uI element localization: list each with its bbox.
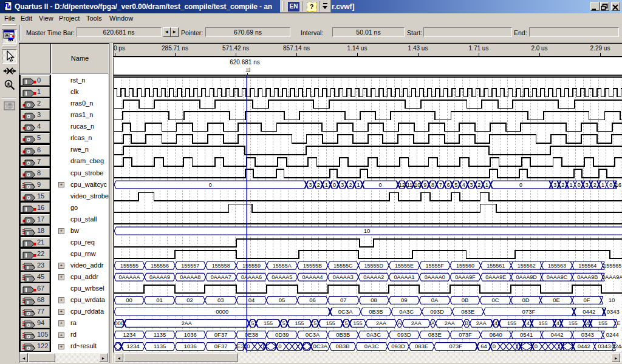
svg-text:0D39: 0D39 <box>275 331 289 338</box>
svg-text:0C3A: 0C3A <box>306 331 320 338</box>
svg-text:0: 0 <box>535 343 538 349</box>
svg-text:1135: 1135 <box>154 331 166 338</box>
svg-text:1: 1 <box>357 181 360 187</box>
svg-text:0AAA9E: 0AAA9E <box>485 274 506 280</box>
svg-text:1234: 1234 <box>123 331 135 338</box>
svg-text:0AAAA4: 0AAAA4 <box>302 274 323 280</box>
svg-text:0343: 0343 <box>607 308 620 315</box>
svg-text:0: 0 <box>209 181 212 187</box>
svg-text:155565: 155565 <box>603 263 621 269</box>
svg-text:0343: 0343 <box>598 343 610 349</box>
svg-text:3: 3 <box>470 181 473 187</box>
svg-text:0E: 0E <box>553 297 560 303</box>
svg-text:15555F: 15555F <box>426 263 445 269</box>
svg-text:1: 1 <box>569 181 572 187</box>
svg-text:0244: 0244 <box>606 331 619 338</box>
svg-text:2: 2 <box>349 181 352 187</box>
svg-text:155557: 155557 <box>181 263 199 269</box>
svg-text:0C3A: 0C3A <box>313 343 327 349</box>
svg-text:073F: 073F <box>459 331 472 338</box>
svg-text:155: 155 <box>507 320 516 326</box>
svg-text:2AA: 2AA <box>411 320 422 326</box>
svg-text:0442: 0442 <box>550 331 563 338</box>
svg-text:0442: 0442 <box>583 308 595 315</box>
svg-text:155563: 155563 <box>548 263 566 269</box>
svg-text:155555: 155555 <box>120 263 138 269</box>
svg-text:2AA: 2AA <box>476 320 487 326</box>
svg-text:2: 2 <box>317 181 320 187</box>
svg-text:10: 10 <box>609 297 615 303</box>
svg-text:00: 00 <box>126 297 132 303</box>
svg-text:5: 5 <box>251 320 254 326</box>
svg-text:0AAAA5: 0AAAA5 <box>272 274 292 280</box>
svg-text:9: 9 <box>423 181 426 187</box>
svg-text:A: A <box>398 320 402 326</box>
svg-text:073F: 073F <box>522 308 536 315</box>
svg-text:083E: 083E <box>461 308 474 315</box>
svg-text:0D: 0D <box>522 297 529 303</box>
svg-text:0AAAA3: 0AAAA3 <box>333 274 354 280</box>
svg-text:1135: 1135 <box>154 343 166 349</box>
svg-text:155: 155 <box>295 320 304 326</box>
svg-text:15555C: 15555C <box>333 263 353 269</box>
svg-text:0000: 0000 <box>216 308 228 315</box>
svg-text:0C3A: 0C3A <box>338 308 353 315</box>
svg-text:155560: 155560 <box>456 263 474 269</box>
svg-text:0A3C: 0A3C <box>399 308 414 315</box>
svg-text:0: 0 <box>493 343 496 349</box>
svg-text:0A3C: 0A3C <box>366 331 381 338</box>
svg-text:155564: 155564 <box>578 263 596 269</box>
svg-text:0442: 0442 <box>578 343 590 349</box>
svg-text:2: 2 <box>593 181 596 187</box>
svg-text:155559: 155559 <box>242 263 261 269</box>
svg-text:B: B <box>465 320 468 326</box>
svg-text:5: 5 <box>282 320 285 326</box>
svg-text:0: 0 <box>247 343 250 349</box>
svg-text:083E: 083E <box>428 331 442 338</box>
svg-text:10: 10 <box>364 227 371 234</box>
svg-text:0: 0 <box>609 181 612 187</box>
svg-text:0F37: 0F37 <box>214 331 228 338</box>
svg-text:15555E: 15555E <box>395 263 414 269</box>
svg-text:04: 04 <box>248 297 255 303</box>
svg-text:0640: 0640 <box>490 331 502 338</box>
svg-text:07: 07 <box>340 297 347 303</box>
svg-text:0B3B: 0B3B <box>336 331 350 338</box>
svg-text:4: 4 <box>494 320 497 326</box>
svg-text:E: E <box>617 320 620 326</box>
svg-text:15555A: 15555A <box>273 263 292 269</box>
svg-text:0B3B: 0B3B <box>335 343 349 349</box>
svg-text:155562: 155562 <box>518 263 536 269</box>
svg-text:A: A <box>431 320 435 326</box>
svg-text:155: 155 <box>598 320 607 326</box>
svg-text:155: 155 <box>326 320 335 326</box>
svg-text:16: 16 <box>615 181 621 187</box>
svg-text:0AAAA9: 0AAAA9 <box>149 274 170 280</box>
svg-text:0: 0 <box>278 343 281 349</box>
svg-text:073F: 073F <box>449 343 462 349</box>
svg-text:5: 5 <box>454 181 457 187</box>
svg-text:093D: 093D <box>397 331 411 338</box>
svg-text:11: 11 <box>407 181 412 187</box>
svg-text:155: 155 <box>354 320 363 326</box>
svg-text:03: 03 <box>217 297 224 303</box>
svg-text:155: 155 <box>264 320 273 326</box>
svg-text:5: 5 <box>345 320 348 326</box>
svg-text:02: 02 <box>186 297 193 303</box>
svg-text:155: 155 <box>569 320 578 326</box>
svg-text:3: 3 <box>309 181 312 187</box>
svg-text:09: 09 <box>401 297 408 303</box>
svg-text:2: 2 <box>477 181 480 187</box>
svg-text:0A3C: 0A3C <box>364 343 379 349</box>
svg-text:6: 6 <box>446 181 449 187</box>
svg-text:1: 1 <box>485 181 488 187</box>
svg-text:155558: 155558 <box>212 263 230 269</box>
svg-text:0: 0 <box>519 181 522 187</box>
svg-text:4: 4 <box>556 320 559 326</box>
svg-text:1036: 1036 <box>184 331 197 338</box>
svg-text:1: 1 <box>325 181 328 187</box>
svg-text:0AAA9D: 0AAA9D <box>516 274 537 280</box>
svg-text:0AAAA1: 0AAAA1 <box>394 274 414 280</box>
svg-text:2: 2 <box>561 181 564 187</box>
svg-text:0AAA9F: 0AAA9F <box>455 274 476 280</box>
